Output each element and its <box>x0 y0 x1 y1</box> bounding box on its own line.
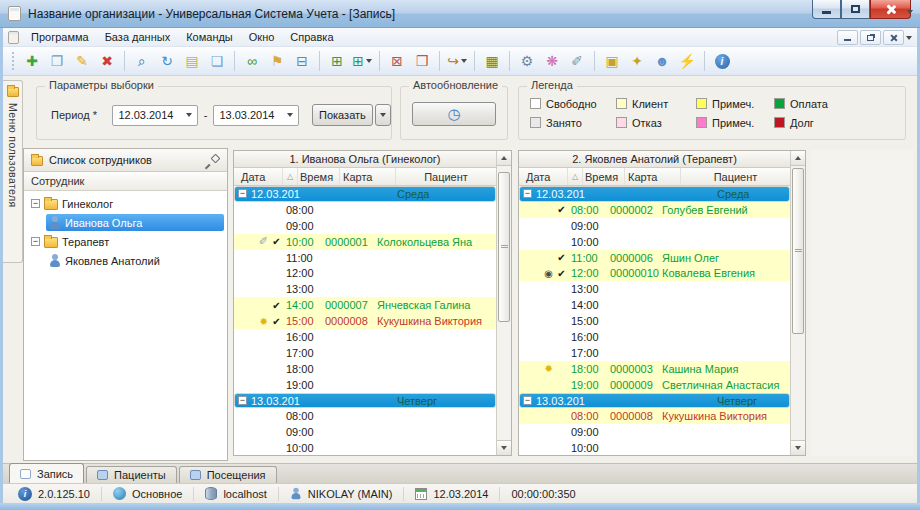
schedule-row[interactable]: ✐✔10:000000001Колокольцева Яна <box>234 234 496 250</box>
refresh-button[interactable]: ↻ <box>155 49 179 73</box>
schedule-row[interactable]: 13:00 <box>234 281 496 297</box>
schedule-row[interactable]: 10:00 <box>234 440 496 455</box>
collapse-icon[interactable]: − <box>31 237 40 246</box>
users-button[interactable]: ☻ <box>650 49 674 73</box>
calendar-button[interactable]: ▦ <box>480 49 504 73</box>
copy-button[interactable]: ❐ <box>45 49 69 73</box>
schedule-row[interactable]: 08:00 <box>234 202 496 218</box>
column-date[interactable]: Дата <box>519 168 568 185</box>
column-patient[interactable]: Пациент <box>681 171 790 183</box>
menu-item[interactable]: Справка <box>282 29 341 45</box>
schedule-row[interactable]: ✔14:000000007Янчевская Галина <box>234 297 496 313</box>
user-rights-button[interactable]: ⚡ <box>675 49 699 73</box>
pin-icon[interactable] <box>210 155 220 165</box>
audit-button[interactable]: ▤ <box>180 49 204 73</box>
schedule-row[interactable]: 09:00 <box>519 424 790 440</box>
add-button[interactable]: ✚ <box>20 49 44 73</box>
schedule-row[interactable]: ✔08:000000002Голубев Евгений <box>519 202 790 218</box>
column-date[interactable]: Дата <box>234 168 283 185</box>
schedule-column-headers[interactable]: Дата △ Время Карта Пациент <box>234 168 496 186</box>
toolbar-overflow-caret-icon[interactable] <box>907 10 913 14</box>
scrollbar-thumb[interactable] <box>792 168 804 334</box>
scroll-up-button[interactable] <box>791 151 805 166</box>
new-window-button[interactable]: ❒ <box>410 49 434 73</box>
scrollbar[interactable] <box>496 151 511 455</box>
autorefresh-button[interactable]: ◷ <box>412 102 496 126</box>
comments-button[interactable]: ❏ <box>205 49 229 73</box>
scroll-up-button[interactable] <box>497 151 511 166</box>
close-window-button[interactable]: ⊠ <box>385 49 409 73</box>
tree-employee-yakovlev[interactable]: Яковлев Анатолий <box>24 251 227 270</box>
scroll-down-button[interactable] <box>497 440 511 455</box>
staff-button[interactable]: ∞ <box>240 49 264 73</box>
schedule-row[interactable]: 16:00 <box>519 329 790 345</box>
show-menu-button[interactable] <box>375 104 391 126</box>
collapse-icon[interactable]: − <box>238 189 247 198</box>
schedule-row[interactable]: ◉✔12:0000000010Ковалева Евгения <box>519 265 790 281</box>
schedule-row[interactable]: 10:00 <box>519 234 790 250</box>
tab-zapis[interactable]: Запись <box>9 463 84 483</box>
schedule-row[interactable]: 15:00 <box>519 313 790 329</box>
schedule-row[interactable]: ✹18:000000003Кашина Мария <box>519 361 790 377</box>
schedule-row[interactable]: 18:00 <box>234 361 496 377</box>
sort-icon[interactable]: △ <box>283 168 298 185</box>
collapse-icon[interactable]: − <box>31 199 40 208</box>
schedule-row[interactable]: 08:00 <box>234 408 496 424</box>
note-edit-button[interactable]: ✐ <box>565 49 589 73</box>
tree-group-gynecologist[interactable]: − Гинеколог <box>24 194 227 213</box>
schedule-row[interactable]: ✔11:000000006Яшин Олег <box>519 250 790 266</box>
schedule-row[interactable]: 10:00 <box>519 440 790 455</box>
schedule-row[interactable]: 17:00 <box>519 345 790 361</box>
key-button[interactable]: ✦ <box>625 49 649 73</box>
menu-item[interactable]: База данных <box>97 29 179 45</box>
close-button[interactable] <box>870 0 911 19</box>
schedule-group-row[interactable]: −12.03.201Среда <box>234 186 496 202</box>
scroll-down-button[interactable] <box>791 440 805 455</box>
column-time[interactable]: Время <box>583 168 625 185</box>
column-time[interactable]: Время <box>298 168 340 185</box>
column-patient[interactable]: Пациент <box>396 171 496 183</box>
menu-item[interactable]: Окно <box>241 29 283 45</box>
schedule-group-row[interactable]: −12.03.201Среда <box>519 186 790 202</box>
schedule-row[interactable]: 11:00 <box>234 250 496 266</box>
export-menu-button[interactable]: ⊞ <box>350 49 374 73</box>
date-from-combo[interactable]: 12.03.2014 <box>112 105 197 126</box>
schedule-row[interactable]: 09:00 <box>519 218 790 234</box>
schedule-column-headers[interactable]: Дата △ Время Карта Пациент <box>519 168 790 186</box>
info-button[interactable]: i <box>710 49 734 73</box>
schedule-row[interactable]: 14:00 <box>519 297 790 313</box>
scrollbar[interactable] <box>790 151 805 455</box>
collapse-icon[interactable]: − <box>238 396 247 405</box>
edit-button[interactable]: ✎ <box>70 49 94 73</box>
schedule-group-row[interactable]: −13.03.201Четверг <box>519 393 790 409</box>
menu-item[interactable]: Команды <box>178 29 241 45</box>
tab-poseshcheniya[interactable]: Посещения <box>179 466 277 483</box>
lock-button[interactable]: ▣ <box>600 49 624 73</box>
mdi-restore-button[interactable] <box>860 30 881 45</box>
filter-button[interactable]: ⚑ <box>265 49 289 73</box>
restore-button[interactable] <box>841 0 870 19</box>
scrollbar-thumb[interactable] <box>498 172 510 322</box>
schedule-row[interactable]: 12:00 <box>234 265 496 281</box>
mdi-menu-caret-icon[interactable] <box>906 36 912 40</box>
date-to-combo[interactable]: 13.03.2014 <box>213 105 298 126</box>
minimize-button[interactable] <box>812 0 841 19</box>
schedule-row[interactable]: 09:00 <box>234 218 496 234</box>
tree-employee-ivanova[interactable]: Иванова Ольга <box>24 213 227 232</box>
theme-button[interactable]: ❋ <box>540 49 564 73</box>
exit-button[interactable]: ↪ <box>445 49 469 73</box>
schedule-row[interactable]: 09:00 <box>234 424 496 440</box>
export-excel-button[interactable]: ⊞ <box>325 49 349 73</box>
column-card[interactable]: Карта <box>625 168 681 185</box>
user-menu-tab[interactable]: Меню пользователя <box>3 80 23 263</box>
schedule-row[interactable]: 19:000000009Светличная Анастасия <box>519 377 790 393</box>
show-button[interactable]: Показать <box>312 104 373 126</box>
hierarchy-button[interactable]: ⊟ <box>290 49 314 73</box>
column-card[interactable]: Карта <box>340 168 396 185</box>
tab-pacienty[interactable]: Пациенты <box>86 466 177 483</box>
collapse-icon[interactable]: − <box>523 189 532 198</box>
schedule-row[interactable]: 17:00 <box>234 345 496 361</box>
schedule-row[interactable]: 19:00 <box>234 377 496 393</box>
mdi-close-button[interactable] <box>883 30 904 45</box>
employees-column-header[interactable]: Сотрудник <box>24 172 227 191</box>
